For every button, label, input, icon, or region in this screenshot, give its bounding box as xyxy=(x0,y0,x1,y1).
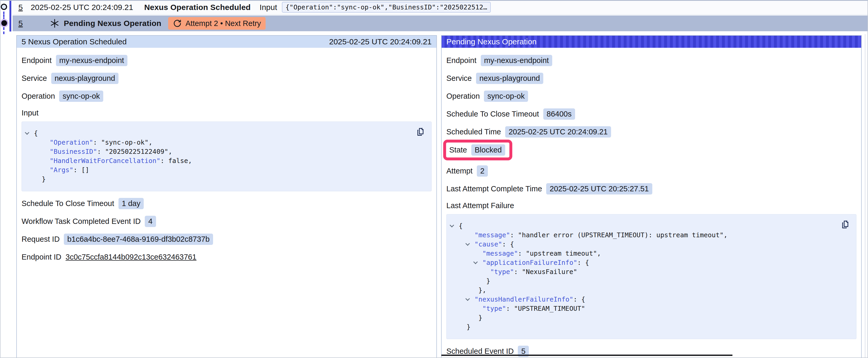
field-label: State xyxy=(449,146,467,154)
code-text: "HandlerWaitForCancellation": false, xyxy=(25,156,192,165)
event-row-scheduled[interactable]: 5 2025-02-25 UTC 20:24:09.21 Nexus Opera… xyxy=(12,0,868,15)
field-label: Endpoint xyxy=(22,56,52,65)
selected-events-bar xyxy=(9,1,11,32)
code-text: } xyxy=(449,276,490,286)
code-text: } xyxy=(449,313,482,322)
code-line: "nexusHandlerFailureInfo": { xyxy=(449,295,849,304)
input-section-label: Input xyxy=(22,109,432,117)
field-value-chip: nexus-playground xyxy=(476,73,544,84)
detail-row-schedule-to-close-timeout: Schedule To Close Timeout1 day xyxy=(22,198,432,209)
code-line: "HandlerWaitForCancellation": false, xyxy=(25,156,424,165)
code-line: }, xyxy=(449,286,849,295)
pending-asterisk-icon xyxy=(50,19,60,28)
field-label: Operation xyxy=(22,92,55,100)
code-line: "applicationFailureInfo": { xyxy=(449,258,849,267)
code-text: "BusinessID": "20250225122409", xyxy=(25,147,172,156)
code-text: "nexusHandlerFailureInfo": { xyxy=(449,295,585,304)
detail-row-service: Servicenexus-playground xyxy=(22,72,432,84)
detail-row-last-attempt-complete-time: Last Attempt Complete Time2025-02-25 UTC… xyxy=(446,183,857,194)
event-input-preview-chip[interactable]: {"Operation":"sync-op-ok","BusinessID":"… xyxy=(282,2,491,12)
field-value-chip: sync-op-ok xyxy=(484,91,528,102)
code-text: } xyxy=(25,174,46,184)
event-title: Nexus Operation Scheduled xyxy=(144,3,251,12)
code-text: "cause": { xyxy=(449,240,514,249)
attempt-badge-label: Attempt 2 • Next Retry xyxy=(185,19,261,28)
field-value-link[interactable]: 3c0c75ccfa8144b092c13ce632463761 xyxy=(66,253,196,261)
field-value-chip: sync-op-ok xyxy=(59,91,103,102)
field-value-chip: Blocked xyxy=(471,144,505,156)
detail-row-endpoint: Endpointmy-nexus-endpoint xyxy=(22,55,432,66)
field-label: Last Attempt Complete Time xyxy=(446,185,542,193)
code-line: "type": "NexusFailure" xyxy=(449,267,849,276)
panel-title: 5 Nexus Operation Scheduled xyxy=(22,37,127,46)
code-line: } xyxy=(25,174,424,184)
code-line: "Args": [] xyxy=(25,165,424,174)
field-value-chip: nexus-playground xyxy=(51,73,119,84)
scheduled-event-panel: 5 Nexus Operation Scheduled 2025-02-25 U… xyxy=(16,35,437,358)
scrollbar-gutter[interactable] xyxy=(865,34,868,358)
scheduled-panel-header: 5 Nexus Operation Scheduled 2025-02-25 U… xyxy=(17,36,436,48)
code-line: { xyxy=(25,129,424,138)
field-label: Endpoint xyxy=(446,56,476,65)
field-label: Schedule To Close Timeout xyxy=(22,199,114,208)
detail-row-request-id: Request IDb1c6a4bc-8ee7-468a-9169-df3b02… xyxy=(22,233,432,245)
code-line: "message": "upstream timeout", xyxy=(449,249,849,258)
field-value-chip: 2025-02-25 UTC 20:24:09.21 xyxy=(505,126,611,137)
code-text: "message": "upstream timeout", xyxy=(449,249,601,258)
code-line: } xyxy=(449,276,849,286)
field-label: Endpoint ID xyxy=(22,253,61,261)
detail-row-workflow-task-completed-event-id: Workflow Task Completed Event ID4 xyxy=(22,216,432,227)
code-line: "type": "UPSTREAM_TIMEOUT" xyxy=(449,304,849,313)
scheduled-panel-body: Endpointmy-nexus-endpointServicenexus-pl… xyxy=(17,48,436,268)
detail-row-state: StateBlocked xyxy=(446,140,857,160)
pending-panel-body: Endpointmy-nexus-endpointServicenexus-pl… xyxy=(442,48,861,358)
retry-icon xyxy=(173,19,182,28)
event-node-current-icon[interactable] xyxy=(1,20,7,26)
event-id-link[interactable]: 5 xyxy=(19,19,23,28)
event-detail-panels: 5 Nexus Operation Scheduled 2025-02-25 U… xyxy=(16,35,862,358)
field-value-chip: 2025-02-25 UTC 20:25:27.51 xyxy=(546,183,652,194)
code-text: "Args": [] xyxy=(25,165,89,174)
code-line: "message": "handler error (UPSTREAM_TIME… xyxy=(449,230,849,240)
failure-section-label: Last Attempt Failure xyxy=(446,201,857,210)
detail-row-attempt: Attempt2 xyxy=(446,165,857,176)
event-input-label: Input xyxy=(259,3,277,12)
code-text: }, xyxy=(449,286,486,295)
code-line: "Operation": "sync-op-ok", xyxy=(25,138,424,147)
timeline-connector xyxy=(3,27,4,34)
event-title: Pending Nexus Operation xyxy=(64,19,161,28)
field-label: Service xyxy=(22,74,47,83)
code-text: "Operation": "sync-op-ok", xyxy=(25,138,152,147)
field-label: Service xyxy=(446,74,472,83)
event-id-link[interactable]: 5 xyxy=(19,3,23,12)
event-timeline xyxy=(0,0,12,35)
event-timestamp: 2025-02-25 UTC 20:24:09.21 xyxy=(31,3,133,12)
timeline-connector xyxy=(3,11,4,20)
field-label: Schedule To Close Timeout xyxy=(446,110,539,118)
input-json-viewer: {"Operation": "sync-op-ok","BusinessID":… xyxy=(22,122,432,191)
field-value-chip: my-nexus-endpoint xyxy=(56,55,128,66)
field-value-chip: b1c6a4bc-8ee7-468a-9169-df3b02c8737b xyxy=(64,234,213,245)
code-text: "applicationFailureInfo": { xyxy=(449,258,589,267)
code-line: { xyxy=(449,221,849,230)
field-label: Request ID xyxy=(22,235,60,243)
field-label: Workflow Task Completed Event ID xyxy=(22,217,141,226)
field-label: Scheduled Event ID xyxy=(446,347,514,356)
field-value-chip: 1 day xyxy=(119,198,144,209)
detail-row-operation: Operationsync-op-ok xyxy=(446,90,857,102)
event-history-rows: 5 2025-02-25 UTC 20:24:09.21 Nexus Opera… xyxy=(12,0,868,31)
failure-json-viewer: {"message": "handler error (UPSTREAM_TIM… xyxy=(446,214,857,339)
panel-timestamp: 2025-02-25 UTC 20:24:09.21 xyxy=(329,37,432,46)
code-text: "message": "handler error (UPSTREAM_TIME… xyxy=(449,230,727,240)
attempt-retry-badge: Attempt 2 • Next Retry xyxy=(168,17,266,30)
event-row-pending-selected[interactable]: 5 Pending Nexus Operation Attempt 2 • Ne… xyxy=(12,15,868,31)
code-line: "BusinessID": "20250225122409", xyxy=(25,147,424,156)
field-value-chip: 4 xyxy=(145,216,156,227)
event-node-open-icon[interactable] xyxy=(1,4,7,10)
field-label: Operation xyxy=(446,92,480,100)
code-text: "type": "UPSTREAM_TIMEOUT" xyxy=(449,304,585,313)
detail-row-schedule-to-close-timeout: Schedule To Close Timeout86400s xyxy=(446,108,857,120)
pending-operation-panel: Pending Nexus Operation Endpointmy-nexus… xyxy=(441,35,862,358)
code-line: } xyxy=(449,322,849,331)
field-value-chip: my-nexus-endpoint xyxy=(481,55,553,66)
